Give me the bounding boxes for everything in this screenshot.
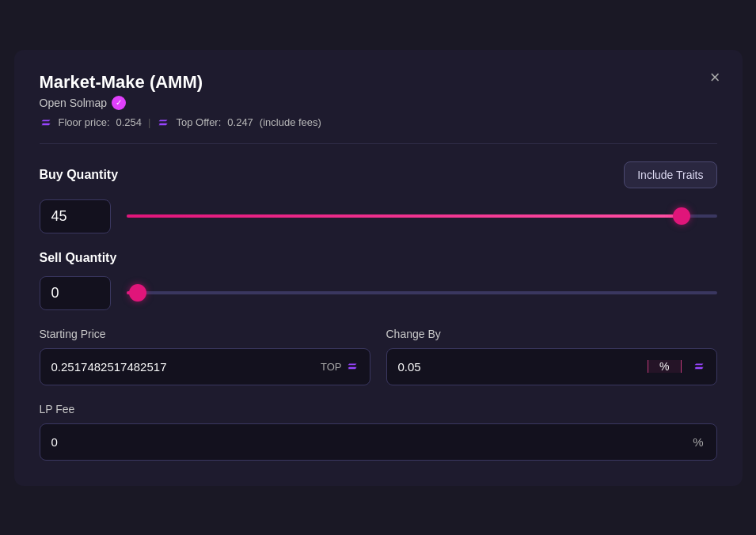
- top-offer-value: 0.247: [227, 116, 253, 128]
- change-by-inner: [387, 349, 648, 385]
- verified-icon: ✓: [112, 96, 126, 110]
- sol-icon-floor: [40, 116, 52, 129]
- buy-quantity-section: Buy Quantity Include Traits: [40, 161, 717, 233]
- lp-fee-input[interactable]: [40, 424, 681, 460]
- change-by-label: Change By: [386, 328, 717, 340]
- close-button[interactable]: ×: [710, 69, 720, 86]
- price-info-bar: Floor price: 0.254 | Top Offer: 0.247 (i…: [40, 116, 717, 144]
- percent-button[interactable]: %: [648, 360, 681, 373]
- starting-price-input[interactable]: [40, 349, 310, 385]
- buy-quantity-label: Buy Quantity: [40, 168, 119, 182]
- modal-title: Market-Make (AMM): [40, 72, 717, 93]
- sell-quantity-label: Sell Quantity: [40, 251, 117, 265]
- lp-fee-section: LP Fee %: [40, 403, 717, 461]
- sol-icon-changeby: [693, 360, 705, 373]
- top-tag-text: TOP: [321, 361, 342, 373]
- sell-quantity-input-row: [40, 276, 717, 310]
- sell-quantity-header: Sell Quantity: [40, 251, 717, 265]
- top-offer-note: (include fees): [260, 116, 321, 128]
- change-by-group: Change By %: [386, 328, 717, 385]
- lp-fee-input-wrap: %: [40, 423, 717, 461]
- change-by-input[interactable]: [387, 349, 648, 385]
- sol-icon-offer: [157, 116, 169, 129]
- divider: |: [148, 116, 150, 128]
- sell-quantity-section: Sell Quantity: [40, 251, 717, 310]
- buy-quantity-slider-wrapper: [127, 208, 717, 224]
- sell-quantity-slider-wrapper: [127, 285, 717, 301]
- modal-subtitle: Open Solmap ✓: [40, 96, 717, 110]
- sol-icon-starting: [346, 360, 359, 373]
- sol-toggle-button[interactable]: [682, 360, 716, 373]
- buy-quantity-input[interactable]: [40, 199, 111, 233]
- lp-fee-pct-label: %: [680, 435, 716, 449]
- price-change-row: Starting Price TOP Change By %: [40, 328, 717, 385]
- change-by-input-wrap: %: [386, 348, 717, 385]
- top-offer-label: Top Offer:: [176, 116, 221, 128]
- modal-header: Market-Make (AMM) Open Solmap ✓: [40, 72, 717, 110]
- floor-price-label: Floor price:: [59, 116, 110, 128]
- starting-price-label: Starting Price: [40, 328, 370, 340]
- subtitle-text: Open Solmap: [40, 97, 108, 109]
- buy-quantity-input-row: [40, 199, 717, 233]
- starting-price-input-wrap: TOP: [40, 348, 370, 385]
- floor-price-value: 0.254: [116, 116, 142, 128]
- starting-price-tag: TOP: [310, 360, 370, 373]
- starting-price-group: Starting Price TOP: [40, 328, 370, 385]
- lp-fee-label: LP Fee: [40, 403, 717, 415]
- buy-quantity-header: Buy Quantity Include Traits: [40, 161, 717, 188]
- sell-quantity-input[interactable]: [40, 276, 111, 310]
- include-traits-button[interactable]: Include Traits: [624, 161, 716, 188]
- market-make-modal: Market-Make (AMM) Open Solmap ✓ × Floor …: [14, 50, 743, 486]
